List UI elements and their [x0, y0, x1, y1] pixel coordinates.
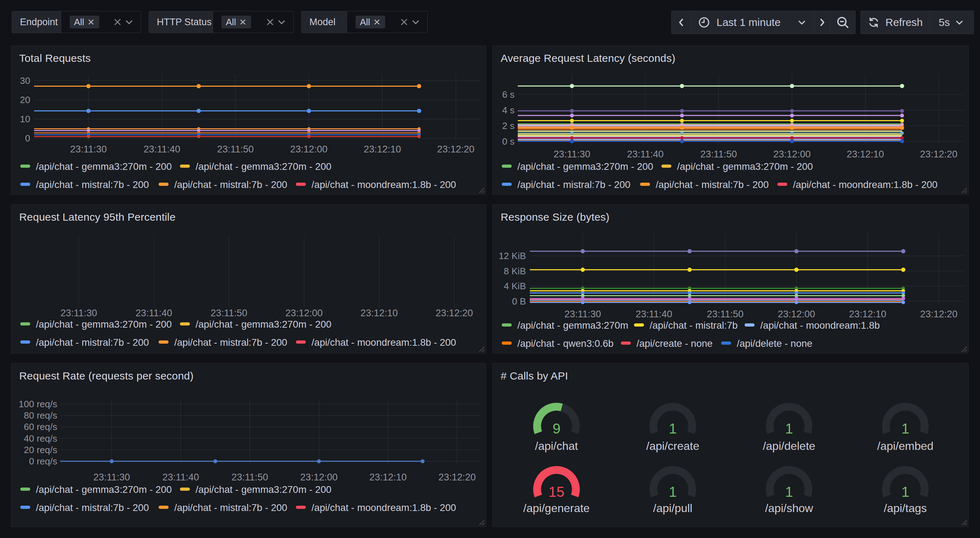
- svg-text:23:11:40: 23:11:40: [144, 144, 180, 155]
- svg-text:6 s: 6 s: [502, 89, 514, 100]
- svg-text:/api/chat - gemma3:270m - 200: /api/chat - gemma3:270m - 200: [36, 161, 172, 172]
- svg-text:23:12:10: 23:12:10: [849, 309, 886, 319]
- svg-text:/api/delete: /api/delete: [763, 440, 815, 452]
- svg-text:10: 10: [20, 114, 30, 124]
- svg-text:23:12:00: 23:12:00: [773, 149, 811, 160]
- svg-text:/api/chat - mistral:7b - 200: /api/chat - mistral:7b - 200: [174, 179, 287, 190]
- svg-text:23:12:20: 23:12:20: [920, 309, 958, 319]
- svg-text:23:11:40: 23:11:40: [627, 149, 663, 160]
- svg-text:9: 9: [553, 421, 560, 436]
- svg-text:/api/chat - mistral:7b - 200: /api/chat - mistral:7b - 200: [174, 337, 287, 348]
- svg-text:2 s: 2 s: [502, 121, 514, 131]
- svg-text:23:12:20: 23:12:20: [920, 149, 957, 160]
- svg-text:/api/chat - qwen3:0.6b: /api/chat - qwen3:0.6b: [517, 338, 614, 349]
- svg-text:0 B: 0 B: [512, 296, 526, 307]
- svg-text:23:11:40: 23:11:40: [636, 309, 672, 319]
- svg-text:/api/chat - mistral:7b: /api/chat - mistral:7b: [650, 320, 738, 331]
- svg-text:23:12:10: 23:12:10: [364, 144, 401, 155]
- svg-text:/api/chat - mistral:7b - 200: /api/chat - mistral:7b - 200: [36, 337, 149, 348]
- svg-text:/api/chat - gemma3:270m - 200: /api/chat - gemma3:270m - 200: [196, 484, 331, 495]
- svg-text:/api/chat: /api/chat: [535, 440, 578, 452]
- svg-text:/api/chat - gemma3:270m - 200: /api/chat - gemma3:270m - 200: [36, 484, 172, 495]
- svg-text:4 KiB: 4 KiB: [504, 281, 526, 291]
- svg-text:23:11:50: 23:11:50: [217, 144, 253, 155]
- svg-text:23:12:00: 23:12:00: [286, 308, 323, 318]
- svg-text:0 s: 0 s: [502, 136, 514, 147]
- svg-text:80 req/s: 80 req/s: [24, 410, 57, 421]
- svg-text:/api/generate: /api/generate: [523, 502, 590, 514]
- svg-text:23:11:40: 23:11:40: [135, 308, 172, 318]
- svg-text:15: 15: [549, 484, 565, 500]
- svg-text:1: 1: [669, 421, 677, 436]
- svg-text:/api/chat - gemma3:270m - 200: /api/chat - gemma3:270m - 200: [196, 319, 331, 330]
- svg-text:23:11:30: 23:11:30: [70, 144, 107, 155]
- svg-text:23:12:20: 23:12:20: [438, 472, 476, 482]
- svg-text:30: 30: [20, 75, 30, 86]
- svg-text:23:12:20: 23:12:20: [436, 308, 473, 318]
- svg-text:23:12:10: 23:12:10: [361, 308, 398, 318]
- svg-text:23:12:00: 23:12:00: [300, 472, 337, 482]
- svg-text:/api/chat - mistral:7b - 200: /api/chat - mistral:7b - 200: [656, 179, 769, 190]
- svg-text:/api/chat - gemma3:270m - 200: /api/chat - gemma3:270m - 200: [677, 161, 813, 172]
- svg-text:/api/chat - moondream:1.8b - 2: /api/chat - moondream:1.8b - 200: [793, 179, 938, 190]
- svg-text:/api/chat - moondream:1.8b - 2: /api/chat - moondream:1.8b - 200: [312, 502, 456, 513]
- svg-text:/api/chat - mistral:7b - 200: /api/chat - mistral:7b - 200: [36, 179, 149, 190]
- svg-text:23:11:50: 23:11:50: [700, 149, 737, 160]
- svg-text:/api/chat - mistral:7b - 200: /api/chat - mistral:7b - 200: [174, 502, 287, 513]
- svg-text:/api/create - none: /api/create - none: [636, 338, 713, 349]
- svg-text:/api/delete - none: /api/delete - none: [737, 338, 813, 349]
- svg-text:20: 20: [20, 95, 30, 105]
- svg-text:23:11:30: 23:11:30: [554, 149, 590, 160]
- svg-text:/api/embed: /api/embed: [877, 440, 934, 452]
- svg-text:/api/chat - moondream:1.8b - 2: /api/chat - moondream:1.8b - 200: [312, 337, 456, 348]
- svg-text:/api/chat - gemma3:270m - 200: /api/chat - gemma3:270m - 200: [517, 161, 653, 172]
- svg-text:12 KiB: 12 KiB: [498, 251, 526, 261]
- svg-text:23:11:50: 23:11:50: [231, 472, 268, 482]
- svg-text:/api/chat - gemma3:270m - 200: /api/chat - gemma3:270m - 200: [196, 161, 331, 172]
- svg-text:/api/chat - moondream:1.8b - 2: /api/chat - moondream:1.8b - 200: [312, 179, 456, 190]
- svg-text:1: 1: [785, 421, 793, 436]
- svg-text:23:12:20: 23:12:20: [437, 144, 474, 155]
- svg-text:/api/chat - mistral:7b - 200: /api/chat - mistral:7b - 200: [36, 502, 149, 513]
- svg-text:4 s: 4 s: [502, 105, 514, 116]
- svg-text:/api/tags: /api/tags: [884, 502, 927, 514]
- svg-text:20 req/s: 20 req/s: [24, 444, 57, 455]
- svg-text:0 req/s: 0 req/s: [29, 456, 57, 467]
- svg-text:23:12:00: 23:12:00: [778, 309, 815, 319]
- svg-text:23:11:50: 23:11:50: [210, 308, 247, 318]
- svg-text:23:11:40: 23:11:40: [162, 472, 199, 482]
- svg-text:1: 1: [785, 484, 793, 500]
- svg-text:8 KiB: 8 KiB: [504, 266, 526, 276]
- svg-text:23:11:30: 23:11:30: [564, 309, 601, 319]
- svg-text:100 req/s: 100 req/s: [19, 399, 57, 409]
- svg-text:/api/pull: /api/pull: [653, 502, 692, 514]
- svg-text:/api/chat - mistral:7b - 200: /api/chat - mistral:7b - 200: [517, 179, 630, 190]
- svg-text:/api/create: /api/create: [646, 440, 699, 452]
- svg-text:23:12:10: 23:12:10: [369, 472, 407, 482]
- svg-text:60 req/s: 60 req/s: [24, 421, 57, 432]
- svg-text:23:11:30: 23:11:30: [60, 308, 97, 318]
- svg-text:1: 1: [901, 421, 909, 436]
- svg-text:/api/chat - gemma3:270m: /api/chat - gemma3:270m: [517, 320, 628, 331]
- svg-text:23:12:10: 23:12:10: [846, 149, 884, 160]
- svg-text:0: 0: [25, 133, 30, 144]
- svg-text:40 req/s: 40 req/s: [24, 433, 57, 444]
- svg-text:/api/show: /api/show: [765, 502, 813, 514]
- svg-text:23:12:00: 23:12:00: [290, 144, 328, 155]
- svg-text:/api/chat - moondream:1.8b: /api/chat - moondream:1.8b: [760, 320, 880, 331]
- svg-text:/api/chat - gemma3:270m - 200: /api/chat - gemma3:270m - 200: [36, 319, 172, 330]
- svg-text:23:11:50: 23:11:50: [707, 309, 743, 319]
- svg-text:23:11:30: 23:11:30: [93, 472, 130, 482]
- svg-text:1: 1: [901, 484, 909, 500]
- svg-text:1: 1: [669, 484, 677, 500]
